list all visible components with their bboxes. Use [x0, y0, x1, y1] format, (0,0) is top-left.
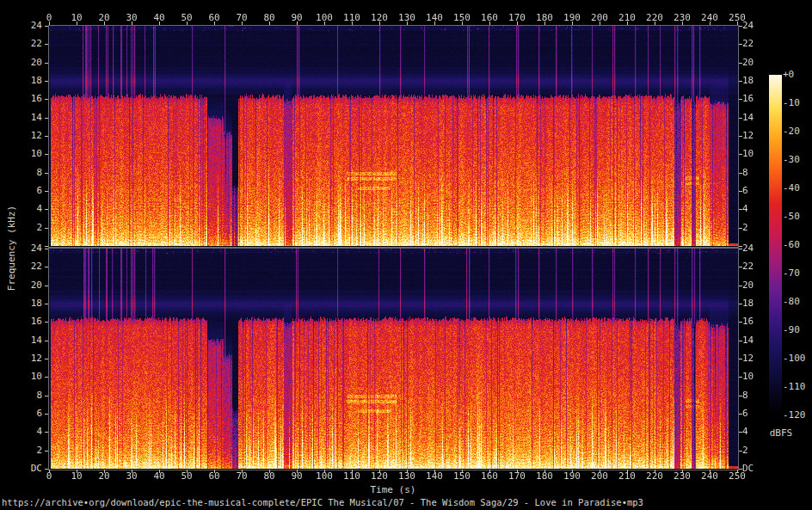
freq-tick-label-right: 10 — [742, 372, 754, 382]
time-tick-label-bottom: 50 — [181, 471, 192, 482]
freq-tick-label-right: 20 — [742, 280, 754, 291]
colorbar-tick-label: -10 — [783, 98, 800, 108]
time-tick-label-top: 130 — [398, 13, 415, 23]
freq-tick-left — [45, 99, 48, 100]
time-tick-label-bottom: 80 — [263, 471, 274, 482]
freq-tick-left — [45, 432, 48, 433]
time-tick-label-bottom: 230 — [674, 471, 691, 482]
time-tick-label-bottom: 220 — [646, 471, 663, 482]
time-tick-label-top: 20 — [98, 13, 109, 23]
time-tick-label-top: 190 — [563, 13, 581, 23]
freq-tick-label-left: 12 — [17, 353, 42, 364]
freq-tick-label-left: 24 — [17, 21, 42, 31]
freq-tick-label-right: 24 — [742, 21, 754, 31]
colorbar-tick-label: -120 — [783, 410, 806, 421]
freq-tick-label-right: 2 — [742, 223, 748, 233]
time-tick-label-top: 70 — [236, 13, 247, 23]
time-tick-label-top: 60 — [208, 13, 219, 23]
freq-tick-left — [45, 304, 48, 304]
freq-tick-left — [45, 451, 48, 452]
freq-tick-label-left: 8 — [17, 168, 42, 178]
freq-tick-label-left: 10 — [17, 149, 42, 159]
freq-tick-left — [45, 173, 48, 174]
freq-tick-label-right: 12 — [742, 131, 754, 141]
time-tick-label-top: 200 — [591, 13, 608, 23]
freq-tick-left — [45, 414, 48, 415]
freq-tick-label-left: 16 — [17, 94, 42, 104]
time-tick-label-top: 100 — [316, 13, 333, 23]
freq-tick-left — [45, 44, 48, 45]
spectrogram-left-channel-canvas — [49, 26, 738, 246]
freq-tick-label-right: 18 — [742, 298, 754, 309]
spectrogram-right-channel-canvas — [49, 249, 738, 469]
freq-tick-label-right: 8 — [742, 168, 748, 178]
colorbar-tick-label: -90 — [783, 325, 800, 335]
time-tick-label-top: 110 — [343, 13, 360, 23]
time-tick-label-top: 210 — [618, 13, 636, 23]
freq-tick-label-left: 14 — [17, 113, 42, 123]
freq-tick-left — [45, 209, 48, 210]
freq-tick-left — [45, 249, 48, 249]
colorbar-tick-label: -100 — [783, 353, 806, 364]
freq-tick-label-left: 2 — [17, 445, 42, 456]
colorbar-tick-label: -30 — [783, 155, 800, 165]
freq-tick-left — [45, 469, 48, 470]
time-tick-label-bottom: 120 — [371, 471, 388, 482]
time-tick-label-top: 0 — [46, 13, 52, 23]
freq-tick-label-right: 24 — [742, 243, 754, 254]
freq-tick-label-left: 24 — [17, 243, 42, 254]
time-tick-label-top: 180 — [536, 13, 553, 23]
time-tick-label-bottom: 30 — [126, 471, 137, 482]
colorbar-tick-label: -110 — [783, 382, 806, 392]
freq-tick-left — [45, 246, 48, 247]
freq-tick-left — [45, 136, 48, 137]
freq-tick-label-left: 18 — [17, 76, 42, 86]
colorbar-tick-label: +0 — [783, 70, 794, 80]
freq-tick-label-right: 14 — [742, 113, 754, 123]
time-tick-label-top: 160 — [481, 13, 498, 23]
freq-tick-label-right: 6 — [742, 409, 748, 419]
time-tick-label-bottom: 20 — [98, 471, 109, 482]
freq-tick-left — [45, 322, 48, 323]
freq-tick-label-left: 20 — [17, 58, 42, 68]
time-tick-label-top: 80 — [263, 13, 274, 23]
time-tick-label-top: 230 — [674, 13, 691, 23]
freq-tick-label-left: 2 — [17, 223, 42, 233]
colorbar-tick-label: -60 — [783, 240, 800, 250]
time-tick-label-bottom: 70 — [236, 471, 247, 482]
x-axis-title: Time (s) — [344, 484, 442, 495]
freq-tick-label-left: 14 — [17, 335, 42, 346]
colorbar-title: dBFS — [762, 427, 800, 439]
freq-tick-label-left: 4 — [17, 427, 42, 437]
freq-tick-left — [45, 267, 48, 267]
time-tick-label-bottom: 170 — [508, 471, 526, 482]
time-tick-label-bottom: 130 — [398, 471, 415, 482]
spectrogram-figure: Frequency (kHz) Time (s) dBFS https://ar… — [0, 0, 812, 510]
freq-tick-label-right: 20 — [742, 58, 754, 68]
freq-tick-label-right: DC — [742, 464, 754, 474]
colorbar-canvas — [769, 75, 782, 415]
time-tick-label-top: 150 — [453, 13, 471, 23]
freq-tick-label-right: 18 — [742, 76, 754, 86]
time-tick-label-top: 10 — [71, 13, 82, 23]
freq-tick-left — [45, 341, 48, 341]
freq-tick-label-right: 4 — [742, 427, 748, 437]
freq-tick-label-left: 20 — [17, 280, 42, 291]
time-tick-label-bottom: 10 — [71, 471, 82, 482]
freq-tick-label-left: DC — [17, 464, 42, 474]
time-tick-label-bottom: 200 — [591, 471, 608, 482]
colorbar-tick-label: -20 — [783, 126, 800, 137]
freq-tick-label-left: 22 — [17, 261, 42, 272]
colorbar-tick-label: -40 — [783, 183, 800, 194]
freq-tick-left — [45, 63, 48, 64]
y-axis-title: Frequency (kHz) — [6, 193, 17, 304]
freq-tick-label-right: 4 — [742, 204, 748, 214]
time-tick-label-top: 90 — [291, 13, 302, 23]
freq-tick-label-right: 12 — [742, 353, 754, 364]
freq-tick-label-right: 16 — [742, 316, 754, 327]
time-tick-label-top: 50 — [181, 13, 192, 23]
freq-tick-left — [45, 81, 48, 82]
freq-tick-label-left: 18 — [17, 298, 42, 309]
freq-tick-left — [45, 154, 48, 155]
freq-tick-label-left: 22 — [17, 39, 42, 49]
